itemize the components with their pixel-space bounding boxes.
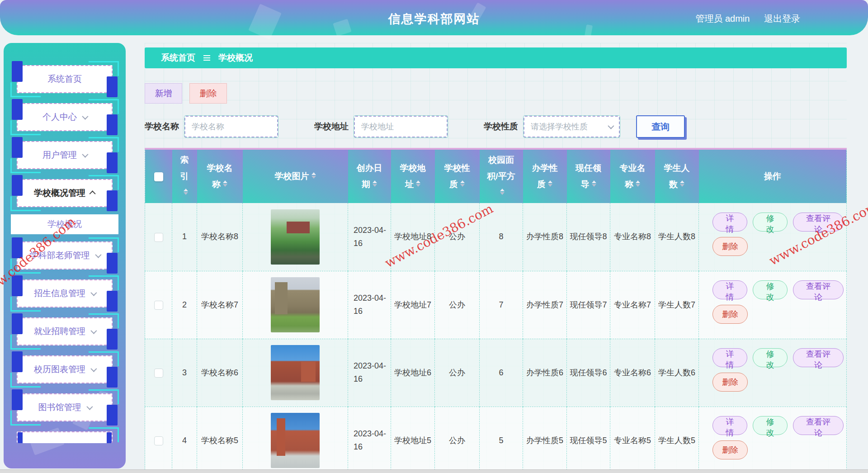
user-area: 管理员 admin 退出登录 bbox=[684, 13, 800, 25]
detail-button[interactable]: 详情 bbox=[712, 348, 747, 367]
breadcrumb-home[interactable]: 系统首页 bbox=[161, 52, 195, 64]
table-row: 1 学校名称8 2023-04-16 学校地址8 公办 8 办学性质8 现任领导… bbox=[145, 203, 847, 271]
view-comments-button[interactable]: 查看评论 bbox=[793, 348, 844, 367]
row-checkbox[interactable] bbox=[154, 436, 163, 445]
horizontal-scrollbar[interactable] bbox=[0, 469, 868, 473]
chevron-down-icon bbox=[95, 252, 101, 258]
col-student-count[interactable]: 学生人数 bbox=[655, 149, 699, 203]
school-address-label: 学校地址 bbox=[314, 121, 349, 132]
remove-button[interactable]: 删除 bbox=[712, 440, 748, 459]
table-row: 3 学校名称6 2023-04-16 学校地址6 公办 6 办学性质6 现任领导… bbox=[145, 339, 847, 407]
delete-selected-button[interactable]: 删除 bbox=[189, 83, 227, 104]
sidebar-item-employment-management[interactable]: 就业招聘管理 bbox=[17, 317, 113, 345]
sort-icons[interactable] bbox=[416, 178, 420, 189]
schools-table: 索引 学校名称 学校图片 创办日期 学校地址 学校性质 校园面积/平方 办学性质… bbox=[145, 148, 847, 473]
edit-button[interactable]: 修改 bbox=[753, 280, 788, 299]
sort-icons[interactable] bbox=[223, 178, 227, 189]
table-row: 4 学校名称5 2023-04-16 学校地址5 公办 5 办学性质5 现任领导… bbox=[145, 407, 847, 473]
chevron-down-icon bbox=[90, 328, 97, 334]
school-nature-select[interactable]: 请选择学校性质 bbox=[524, 116, 620, 137]
header-select-all bbox=[145, 149, 172, 203]
sort-icons[interactable] bbox=[500, 186, 505, 197]
breadcrumb: 系统首页 学校概况 bbox=[145, 47, 847, 68]
top-header-bar: 信息学科部网站 管理员 admin 退出登录 bbox=[0, 0, 868, 35]
row-checkbox[interactable] bbox=[154, 301, 163, 310]
col-major-name[interactable]: 专业名称 bbox=[610, 149, 655, 203]
main-content: 系统首页 学校概况 新增 删除 学校名称 学校地址 学校性质 请选择学校性质 查… bbox=[145, 43, 847, 473]
col-actions: 操作 bbox=[699, 149, 847, 203]
row-checkbox[interactable] bbox=[154, 369, 163, 378]
toolbar: 新增 删除 bbox=[145, 83, 847, 104]
sidebar-item-user-management[interactable]: 用户管理 bbox=[17, 141, 113, 169]
admin-user-label[interactable]: 管理员 admin bbox=[695, 14, 750, 24]
school-name-label: 学校名称 bbox=[145, 121, 179, 132]
sidebar-item-home[interactable]: 系统首页 bbox=[17, 65, 113, 93]
sidebar-subitem-school-overview[interactable]: 学校概况 bbox=[11, 214, 118, 234]
col-school-nature[interactable]: 学校性质 bbox=[435, 149, 480, 203]
view-comments-button[interactable]: 查看评论 bbox=[793, 213, 844, 232]
sidebar-item-calendar-chart-management[interactable]: 校历图表管理 bbox=[17, 355, 113, 383]
school-photo[interactable] bbox=[271, 345, 320, 400]
view-comments-button[interactable]: 查看评论 bbox=[793, 416, 844, 435]
sort-icons[interactable] bbox=[460, 178, 465, 189]
col-current-leader[interactable]: 现任领导 bbox=[567, 149, 610, 203]
chevron-up-icon bbox=[90, 190, 96, 197]
school-photo[interactable] bbox=[271, 209, 320, 265]
menu-lines-icon bbox=[203, 57, 210, 58]
col-founded-date[interactable]: 创办日期 bbox=[348, 149, 391, 203]
sidebar-item-school-overview-management[interactable]: 学校概况管理 bbox=[17, 179, 113, 207]
col-school-address[interactable]: 学校地址 bbox=[391, 149, 435, 203]
sort-icons[interactable] bbox=[373, 178, 377, 189]
chevron-down-icon bbox=[82, 114, 88, 120]
remove-button[interactable]: 删除 bbox=[712, 305, 748, 324]
logout-link[interactable]: 退出登录 bbox=[764, 14, 800, 24]
remove-button[interactable]: 删除 bbox=[712, 373, 748, 392]
search-button[interactable]: 查询 bbox=[636, 115, 685, 138]
school-nature-label: 学校性质 bbox=[484, 121, 518, 132]
sidebar: 系统首页 个人中心 用户管理 学校概况管理 学校概况 学科部老师管理 招生信息管… bbox=[4, 43, 126, 468]
sort-icons[interactable] bbox=[311, 170, 316, 181]
school-address-input[interactable] bbox=[354, 116, 448, 137]
row-checkbox[interactable] bbox=[154, 233, 163, 242]
sidebar-item-admission-info-management[interactable]: 招生信息管理 bbox=[17, 279, 113, 307]
detail-button[interactable]: 详情 bbox=[712, 416, 747, 435]
school-photo[interactable] bbox=[271, 277, 320, 332]
detail-button[interactable]: 详情 bbox=[712, 213, 747, 232]
col-index[interactable]: 索引 bbox=[172, 149, 197, 203]
chevron-down-icon bbox=[82, 151, 88, 158]
add-button[interactable]: 新增 bbox=[145, 83, 182, 104]
table-row: 2 学校名称7 2023-04-16 学校地址7 公办 7 办学性质7 现任领导… bbox=[145, 271, 847, 339]
chevron-down-icon bbox=[90, 290, 97, 296]
sort-icons[interactable] bbox=[184, 186, 188, 197]
sidebar-item-partial[interactable] bbox=[17, 431, 113, 443]
sidebar-item-personal-center[interactable]: 个人中心 bbox=[17, 103, 113, 131]
sort-icons[interactable] bbox=[548, 178, 552, 189]
school-photo[interactable] bbox=[271, 413, 320, 468]
filter-bar: 学校名称 学校地址 学校性质 请选择学校性质 查询 bbox=[145, 115, 847, 138]
select-all-checkbox[interactable] bbox=[154, 172, 163, 181]
sidebar-item-teacher-management[interactable]: 学科部老师管理 bbox=[17, 241, 113, 270]
chevron-down-icon bbox=[90, 366, 97, 372]
chevron-down-icon bbox=[86, 404, 93, 410]
breadcrumb-current: 学校概况 bbox=[218, 52, 253, 64]
view-comments-button[interactable]: 查看评论 bbox=[793, 280, 844, 299]
sort-icons[interactable] bbox=[636, 178, 640, 189]
remove-button[interactable]: 删除 bbox=[712, 237, 748, 256]
sort-icons[interactable] bbox=[592, 178, 596, 189]
edit-button[interactable]: 修改 bbox=[753, 348, 788, 367]
detail-button[interactable]: 详情 bbox=[712, 280, 747, 299]
chevron-down-icon bbox=[608, 123, 614, 129]
col-run-type[interactable]: 办学性质 bbox=[523, 149, 567, 203]
school-name-input[interactable] bbox=[184, 116, 278, 137]
col-school-name[interactable]: 学校名称 bbox=[197, 149, 243, 203]
sidebar-item-library-management[interactable]: 图书馆管理 bbox=[17, 393, 113, 421]
edit-button[interactable]: 修改 bbox=[753, 213, 788, 232]
sidebar-menu: 系统首页 个人中心 用户管理 学校概况管理 学校概况 学科部老师管理 招生信息管… bbox=[4, 43, 126, 443]
sort-icons[interactable] bbox=[680, 178, 684, 189]
col-school-photo[interactable]: 学校图片 bbox=[243, 149, 348, 203]
edit-button[interactable]: 修改 bbox=[753, 416, 788, 435]
col-campus-area[interactable]: 校园面积/平方 bbox=[480, 149, 523, 203]
